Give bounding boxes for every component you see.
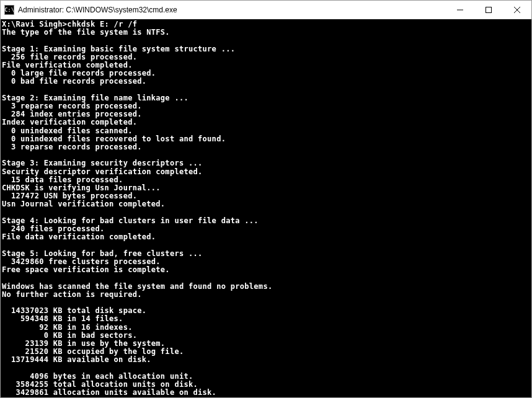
output-line: No further action is required. [2, 290, 142, 299]
output-line: 3429860 free clusters processed. [2, 257, 161, 266]
output-line: 0 large file records processed. [2, 69, 156, 77]
output-line: 594348 KB in 14 files. [2, 314, 123, 323]
output-line: 23139 KB in use by the system. [2, 339, 165, 348]
output-line: 14337023 KB total disk space. [2, 306, 146, 315]
output-line: 15 data files processed. [2, 175, 123, 184]
minimize-button[interactable] [446, 1, 474, 19]
output-line: Stage 4: Looking for bad clusters in use… [2, 216, 259, 225]
output-line: 21520 KB occupied by the log file. [2, 347, 184, 356]
maximize-button[interactable] [474, 1, 503, 19]
window-controls [446, 1, 531, 19]
svg-rect-1 [486, 7, 492, 13]
window-title: Administrator: C:\WINDOWS\system32\cmd.e… [18, 6, 446, 14]
output-line: 127472 USN bytes processed. [2, 192, 137, 200]
output-line: 256 file records processed. [2, 53, 137, 61]
output-line: Usn Journal verification completed. [2, 200, 165, 208]
prompt: X:\Ravi Singh> [2, 20, 67, 29]
output-line: Stage 5: Looking for bad, free clusters … [2, 249, 203, 258]
output-line: File verification completed. [2, 61, 133, 69]
cmd-icon: C:\ [4, 5, 14, 15]
output-line: 3 reparse records processed. [2, 143, 142, 151]
output-line: Security descriptor verification complet… [2, 167, 203, 176]
output-line: Stage 3: Examining security descriptors … [2, 159, 203, 167]
output-line: 3584255 total allocation units on disk. [2, 380, 198, 389]
console-output[interactable]: X:\Ravi Singh>chkdsk E: /r /f The type o… [1, 19, 531, 397]
output-line: The type of the file system is NTFS. [2, 28, 170, 37]
close-button[interactable] [503, 1, 531, 19]
output-line: File data verification completed. [2, 232, 156, 241]
output-line: 3 reparse records processed. [2, 102, 142, 110]
output-line: Windows has scanned the file system and … [2, 282, 272, 291]
output-line: CHKDSK is verifying Usn Journal... [2, 184, 161, 192]
output-line: 3429861 allocation units available on di… [2, 388, 216, 397]
output-line: 92 KB in 16 indexes. [2, 323, 133, 332]
output-line: Free space verification is complete. [2, 265, 170, 274]
titlebar[interactable]: C:\ Administrator: C:\WINDOWS\system32\c… [1, 1, 531, 19]
output-line: Stage 1: Examining basic file system str… [2, 45, 235, 53]
output-line: 13719444 KB available on disk. [2, 355, 151, 364]
output-line: Index verification completed. [2, 118, 137, 126]
output-line: 0 unindexed files scanned. [2, 126, 133, 135]
output-line: 4096 bytes in each allocation unit. [2, 372, 193, 381]
output-line: Stage 2: Examining file name linkage ... [2, 94, 188, 102]
command-text: chkdsk E: /r /f [67, 20, 137, 29]
output-line: 0 unindexed files recovered to lost and … [2, 135, 226, 143]
cmd-window: C:\ Administrator: C:\WINDOWS\system32\c… [0, 0, 532, 398]
output-line: 284 index entries processed. [2, 110, 142, 118]
output-line: 0 KB in bad sectors. [2, 331, 137, 340]
output-line: 240 files processed. [2, 224, 105, 233]
output-line: 0 bad file records processed. [2, 77, 146, 86]
